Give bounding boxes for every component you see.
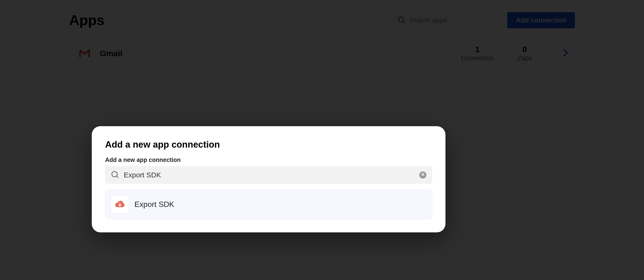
search-result-label: Export SDK [134, 200, 174, 209]
svg-line-5 [116, 176, 118, 178]
search-result-item[interactable]: Export SDK [105, 190, 432, 219]
modal-subtitle: Add a new app connection [105, 156, 432, 163]
search-icon [111, 171, 119, 180]
clear-search-button[interactable] [419, 171, 426, 179]
export-sdk-icon [110, 195, 129, 214]
close-icon [421, 173, 424, 177]
modal-search-input[interactable] [124, 171, 414, 179]
add-connection-modal: Add a new app connection Add a new app c… [92, 126, 446, 232]
modal-search-field[interactable] [105, 166, 432, 184]
modal-title: Add a new app connection [105, 140, 432, 150]
